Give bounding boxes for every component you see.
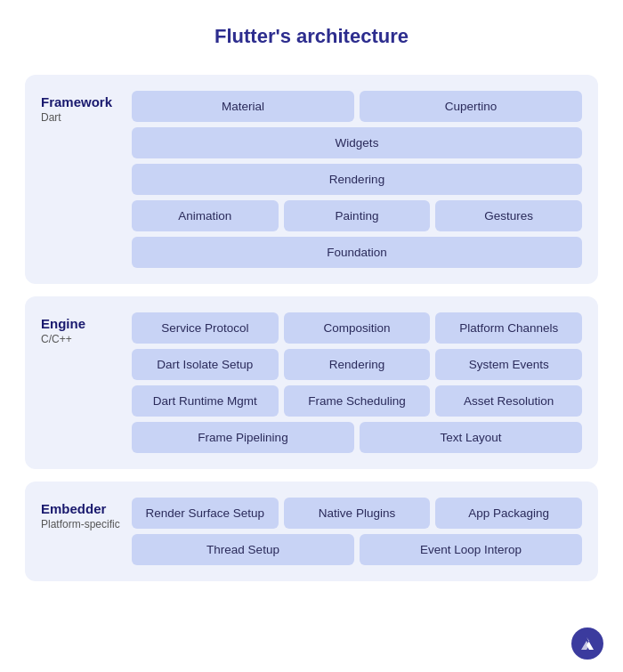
grid-cell-engine-1-2: System Events bbox=[435, 349, 582, 380]
grid-cell-engine-3-1: Text Layout bbox=[360, 422, 582, 453]
logo-icon bbox=[571, 627, 603, 660]
grid-cell-engine-2-0: Dart Runtime Mgmt bbox=[132, 385, 279, 417]
grid-cell-embedder-0-0: Render Surface Setup bbox=[132, 498, 279, 529]
grid-row-framework-2: Rendering bbox=[132, 164, 582, 195]
section-label-engine: EngineC/C++ bbox=[41, 312, 121, 453]
grid-row-embedder-0: Render Surface SetupNative PluginsApp Pa… bbox=[132, 498, 582, 529]
grid-row-framework-3: AnimationPaintingGestures bbox=[132, 200, 582, 231]
grid-cell-engine-0-1: Composition bbox=[284, 312, 431, 344]
page-title: Flutter's architecture bbox=[0, 0, 623, 66]
grid-cell-embedder-0-2: App Packaging bbox=[435, 498, 582, 529]
grid-cell-framework-1-0: Widgets bbox=[132, 127, 582, 158]
grid-row-embedder-1: Thread SetupEvent Loop Interop bbox=[132, 534, 582, 565]
grid-cell-framework-3-2: Gestures bbox=[435, 200, 582, 231]
grid-cell-embedder-1-1: Event Loop Interop bbox=[360, 534, 582, 565]
section-sublabel-embedder: Platform-specific bbox=[41, 518, 121, 530]
grid-cell-embedder-1-0: Thread Setup bbox=[132, 534, 354, 565]
grid-cell-engine-0-2: Platform Channels bbox=[435, 312, 582, 344]
section-label-framework: FrameworkDart bbox=[41, 91, 121, 268]
section-sublabel-engine: C/C++ bbox=[41, 333, 121, 345]
section-title-engine: Engine bbox=[41, 316, 121, 331]
grid-cell-engine-3-0: Frame Pipelining bbox=[132, 422, 354, 453]
section-title-framework: Framework bbox=[41, 94, 121, 109]
section-grid-embedder: Render Surface SetupNative PluginsApp Pa… bbox=[132, 498, 582, 565]
grid-row-engine-1: Dart Isolate SetupRenderingSystem Events bbox=[132, 349, 582, 380]
section-title-embedder: Embedder bbox=[41, 501, 121, 516]
grid-cell-engine-2-2: Asset Resolution bbox=[435, 385, 582, 417]
section-sublabel-framework: Dart bbox=[41, 111, 121, 124]
grid-row-framework-4: Foundation bbox=[132, 237, 582, 268]
section-label-embedder: EmbedderPlatform-specific bbox=[41, 498, 121, 565]
grid-cell-engine-1-1: Rendering bbox=[284, 349, 431, 380]
grid-cell-framework-0-0: Material bbox=[132, 91, 354, 122]
grid-cell-framework-4-0: Foundation bbox=[132, 237, 582, 268]
grid-cell-framework-2-0: Rendering bbox=[132, 164, 582, 195]
section-framework: FrameworkDartMaterialCupertinoWidgetsRen… bbox=[25, 75, 598, 284]
section-grid-engine: Service ProtocolCompositionPlatform Chan… bbox=[132, 312, 582, 453]
section-embedder: EmbedderPlatform-specificRender Surface … bbox=[25, 482, 598, 581]
grid-row-framework-0: MaterialCupertino bbox=[132, 91, 582, 122]
grid-cell-embedder-0-1: Native Plugins bbox=[284, 498, 431, 529]
footer-logo bbox=[571, 627, 603, 660]
grid-cell-engine-2-1: Frame Scheduling bbox=[284, 385, 431, 417]
grid-cell-framework-3-0: Animation bbox=[132, 200, 279, 231]
grid-row-engine-2: Dart Runtime MgmtFrame SchedulingAsset R… bbox=[132, 385, 582, 417]
grid-cell-framework-0-1: Cupertino bbox=[360, 91, 582, 122]
section-grid-framework: MaterialCupertinoWidgetsRenderingAnimati… bbox=[132, 91, 582, 268]
section-engine: EngineC/C++Service ProtocolCompositionPl… bbox=[25, 296, 598, 469]
grid-row-engine-0: Service ProtocolCompositionPlatform Chan… bbox=[132, 312, 582, 344]
grid-cell-framework-3-1: Painting bbox=[284, 200, 431, 231]
grid-row-framework-1: Widgets bbox=[132, 127, 582, 158]
grid-cell-engine-0-0: Service Protocol bbox=[132, 312, 279, 344]
grid-row-engine-3: Frame PipeliningText Layout bbox=[132, 422, 582, 453]
grid-cell-engine-1-0: Dart Isolate Setup bbox=[132, 349, 279, 380]
